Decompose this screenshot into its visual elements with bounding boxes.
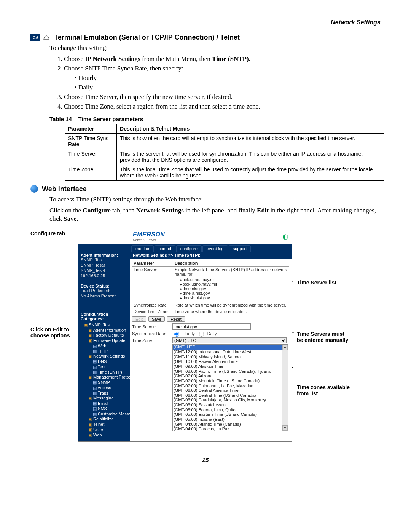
sidebar-agent-head: Agent Information: [81, 253, 127, 257]
emerson-sub: Network Power [133, 238, 165, 242]
reset-button[interactable]: Reset [167, 316, 185, 322]
sync-rate-label: Synchronize Rate: [132, 331, 170, 336]
timezone-option[interactable]: (GMT-06:00) Central America Time [173, 388, 288, 393]
tree-node[interactable]: Users [81, 427, 130, 433]
time-server-input[interactable] [172, 323, 251, 330]
sidebar-agent-line: SNMP_Test [81, 257, 127, 263]
config-tree[interactable]: SNMP_TestAgent InformationFactory Defaul… [78, 322, 130, 439]
cmd-prompt-icon: C:\ [30, 34, 40, 41]
server-item: time.nist.gov [180, 286, 288, 291]
web-instructions: Click on the Configure tab, then Network… [49, 206, 381, 224]
sidebar-agent-line: 192.168.0.25 [81, 273, 127, 279]
tree-node[interactable]: Time (SNTP) [81, 370, 130, 375]
table-title: Time Server parameters [78, 116, 143, 122]
tree-node[interactable]: Management Protocol [81, 375, 130, 380]
timezone-option[interactable]: (GMT-06:00) Saskatchewan [173, 403, 288, 407]
tab-monitor[interactable]: monitor [131, 245, 154, 252]
tab-configure[interactable]: configure [176, 245, 202, 252]
tree-node[interactable]: Firmware Update [81, 338, 130, 343]
timezone-option[interactable]: (GMT-05:00) Indiana (East) [173, 417, 288, 422]
bullet-daily: Daily [75, 83, 381, 92]
timezone-select[interactable]: (GMT) UTC [172, 337, 287, 343]
timezone-option[interactable]: (GMT-05:00) Bogota, Lima, Quito [173, 407, 288, 412]
timezone-option[interactable]: (GMT-11:00) Midway Island, Samoa [173, 355, 288, 359]
sidebar-device-line: No Alarms Present [81, 294, 127, 299]
sidebar-agent-line: SNMP_Test3 [81, 263, 127, 268]
tree-node[interactable]: Traps [81, 391, 130, 396]
callout-timezones: Time zones available from list [297, 384, 350, 396]
tree-node[interactable]: Telnet [81, 422, 130, 427]
timezone-option[interactable]: (GMT-12:00) International Date Line West [173, 350, 288, 355]
tab-control[interactable]: control [155, 245, 175, 252]
timezone-option[interactable]: (GMT-06:00) Central Time (US and Canada) [173, 393, 288, 398]
section-title-web: Web Interface [42, 185, 87, 193]
server-item: time-b.nist.gov [180, 296, 288, 300]
tree-node[interactable]: DNS [81, 359, 130, 364]
page-number: 25 [30, 457, 381, 463]
server-item: tock.usno.navy.mil [180, 282, 288, 286]
tab-bar: monitorcontrolconfigureevent logsupport [130, 244, 292, 252]
tree-node[interactable]: SMS [81, 406, 130, 412]
scroll-up-icon[interactable]: ▲ [282, 345, 288, 350]
tree-node[interactable]: Web [81, 433, 130, 438]
sidebar-config-head: Configuration Categories: [81, 312, 127, 321]
globe-icon [30, 185, 38, 193]
th-description: Description & Telnet Menus [117, 124, 384, 133]
tree-node[interactable]: Messaging [81, 396, 130, 401]
tree-node[interactable]: Factory Defaults [81, 333, 130, 338]
server-item: time-a.nist.gov [180, 291, 288, 296]
timezone-option[interactable]: (GMT-04:00) Caracas, La Paz [173, 427, 288, 431]
intro-text: To change this setting: [49, 44, 381, 53]
tree-node[interactable]: SNMP_Test [81, 323, 130, 328]
timezone-option[interactable]: (GMT-09:00) Alaskan Time [173, 364, 288, 369]
corner-icon: ◐ [282, 232, 288, 241]
callout-configure-tab: Configure tab [30, 230, 72, 236]
scrollbar[interactable]: ▲ ▼ [282, 345, 288, 431]
tree-node[interactable]: SNMP [81, 380, 130, 385]
tree-node[interactable]: Test [81, 364, 130, 370]
timezone-option[interactable]: (GMT) UTC [173, 345, 288, 350]
tab-event-log[interactable]: event log [202, 245, 228, 252]
timezone-option[interactable]: (GMT-04:00) Atlantic Time (Canada) [173, 422, 288, 427]
timezone-option[interactable]: (GMT-06:00) Guadalajara, Mexico City, Mo… [173, 398, 288, 403]
callout-time-server-list: Time Server list [297, 280, 342, 286]
table-row: Time ServerThis is the server that will … [65, 149, 384, 165]
sidebar-device-head: Device Status: [81, 284, 127, 288]
tree-node[interactable]: Network Settings [81, 354, 130, 359]
web-ui-screenshot: Agent Information: SNMP_TestSNMP_Test3SN… [78, 228, 292, 442]
callout-manual-entry: Time Servers must be entered manually [297, 331, 350, 343]
table-row: Time ZoneThis is the local Time Zone tha… [65, 165, 384, 180]
edit-button[interactable]: Edit [132, 316, 146, 322]
tree-node[interactable]: Agent Information [81, 328, 130, 333]
tree-node[interactable]: Reinitialize [81, 417, 130, 422]
tree-node[interactable]: Access [81, 385, 130, 391]
tab-support[interactable]: support [229, 245, 251, 252]
sync-daily-radio[interactable] [199, 332, 204, 337]
steps-list: Choose IP Network Settings from the Main… [57, 55, 381, 111]
save-button[interactable]: Save [148, 316, 165, 322]
sidebar-device-line: Load Protected: [81, 288, 127, 294]
step-1: Choose IP Network Settings from the Main… [64, 55, 381, 64]
sync-hourly-radio[interactable] [174, 332, 179, 337]
timezone-option[interactable]: (GMT-07:00) Chihuahua, La Paz, Mazatlan [173, 383, 288, 388]
tree-node[interactable]: Web [81, 343, 130, 349]
tree-node[interactable]: Customize Message [81, 412, 130, 417]
timezone-listbox[interactable]: (GMT) UTC(GMT-12:00) International Date … [172, 344, 288, 431]
table-number: Table 14 [49, 116, 72, 122]
table-row: SNTP Time Sync RateThis is how often the… [65, 133, 384, 149]
emerson-logo: EMERSON [133, 231, 165, 238]
tree-node[interactable]: TFTP [81, 349, 130, 354]
sync-daily-text: Daily [207, 331, 217, 336]
time-server-label: Time Server: [132, 324, 170, 329]
timezone-option[interactable]: (GMT-08:00) Pacific Time (US and Canada)… [173, 369, 288, 374]
timezone-option[interactable]: (GMT-10:00) Hawaii-Aleutian Time [173, 359, 288, 364]
tree-node[interactable]: Email [81, 401, 130, 406]
timezone-option[interactable]: (GMT-07:00) Mountain Time (US and Canada… [173, 379, 288, 383]
section-title-terminal: Terminal Emulation (Serial or TCP/IP Con… [54, 34, 240, 41]
timezone-option[interactable]: (GMT-05:00) Eastern Time (US and Canada) [173, 412, 288, 417]
timezone-option[interactable]: (GMT-07:00) Arizona [173, 374, 288, 379]
description-table: Parameter Description Time Server: Simpl… [132, 260, 289, 315]
scroll-down-icon[interactable]: ▼ [282, 425, 288, 431]
time-server-params-table: Parameter Description & Telnet Menus SNT… [65, 124, 384, 181]
bullet-hourly: Hourly [75, 74, 381, 83]
